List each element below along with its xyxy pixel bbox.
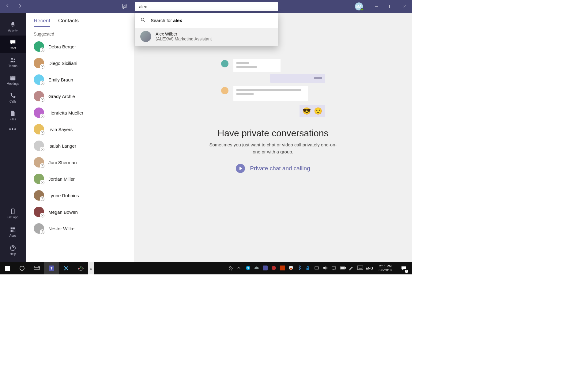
task-view-button[interactable] (29, 262, 44, 274)
suggested-person[interactable]: Irvin Sayers (34, 121, 134, 138)
suggested-person[interactable]: Lynne Robbins (34, 187, 134, 204)
tab-recent[interactable]: Recent (34, 18, 50, 27)
person-avatar-icon (34, 157, 44, 168)
suggested-person[interactable]: Diego Siciliani (34, 55, 134, 71)
nav-forward-icon[interactable] (18, 4, 22, 9)
tray-chevron-up-icon[interactable] (237, 266, 243, 271)
window-minimize-button[interactable] (370, 0, 384, 13)
search-input[interactable] (138, 4, 274, 9)
svg-rect-32 (307, 268, 309, 270)
suggested-person[interactable]: Joni Sherman (34, 154, 134, 171)
rail-label: Apps (9, 234, 17, 237)
suggested-person[interactable]: Jordan Miller (34, 171, 134, 187)
private-chat-cta[interactable]: Private chat and calling (236, 164, 310, 173)
tray-keyboard-icon[interactable] (357, 266, 363, 271)
taskbar-teams-app[interactable]: T (44, 262, 59, 274)
tray-skype-icon[interactable]: S (246, 266, 251, 271)
tray-network-icon[interactable] (331, 266, 337, 271)
svg-rect-13 (7, 266, 10, 268)
bell-icon (9, 21, 16, 28)
person-avatar-icon (34, 174, 44, 184)
rail-label: Files (9, 118, 16, 121)
suggested-person[interactable]: Nestor Wilke (34, 220, 134, 237)
suggested-label: Suggested (26, 28, 134, 38)
rail-get-app[interactable]: Get app (0, 205, 26, 222)
new-chat-icon[interactable] (122, 3, 128, 11)
tab-contacts[interactable]: Contacts (58, 18, 79, 27)
system-tray: S ENG 2:11 PM 6/8/2019 4 (228, 262, 412, 274)
title-bar: MA (0, 0, 412, 13)
person-avatar-icon (34, 58, 44, 68)
tray-bluetooth-icon[interactable] (297, 266, 303, 271)
suggested-person[interactable]: Emily Braun (34, 71, 134, 88)
search-for-row[interactable]: Search for alex (135, 13, 278, 28)
svg-point-3 (14, 58, 15, 60)
suggested-person[interactable]: Debra Berger (34, 38, 134, 55)
tray-onedrive-icon[interactable] (254, 266, 260, 271)
tray-graphics-icon[interactable] (314, 266, 320, 271)
tray-battery-icon[interactable] (340, 266, 345, 271)
svg-point-2 (11, 58, 13, 60)
person-avatar-icon (34, 74, 44, 85)
person-name: Isaiah Langer (48, 143, 76, 149)
chat-list-panel: Recent Contacts Suggested Debra BergerDi… (26, 13, 134, 262)
mobile-icon (9, 208, 16, 215)
person-name: Jordan Miller (48, 176, 75, 182)
taskbar-clock[interactable]: 2:11 PM 6/8/2019 (376, 264, 394, 272)
suggested-person[interactable]: Isaiah Langer (34, 138, 134, 154)
rail-apps[interactable]: Apps (0, 223, 26, 241)
tray-security-icon[interactable] (288, 266, 294, 271)
tray-language[interactable]: ENG (366, 266, 373, 270)
rail-help[interactable]: Help (0, 241, 26, 259)
rail-more-icon[interactable]: ••• (9, 126, 17, 133)
svg-rect-30 (280, 266, 285, 270)
calendar-icon (9, 74, 16, 81)
nav-back-icon[interactable] (6, 4, 10, 9)
tray-app-icon[interactable] (271, 266, 277, 271)
taskbar-scroll-up-icon[interactable]: ▲ (88, 262, 94, 274)
tray-lock-icon[interactable] (306, 266, 311, 271)
rail-activity[interactable]: Activity (0, 18, 26, 36)
svg-rect-28 (263, 266, 268, 270)
person-avatar-icon (34, 190, 44, 201)
start-button[interactable] (0, 262, 15, 274)
svg-rect-36 (345, 267, 346, 269)
window-close-button[interactable] (398, 0, 412, 13)
svg-point-16 (20, 266, 24, 270)
person-name: Megan Bowen (48, 209, 78, 215)
search-box[interactable] (135, 2, 278, 11)
person-avatar-icon (34, 41, 44, 52)
tray-teams-icon[interactable] (263, 266, 268, 271)
action-center-button[interactable]: 4 (397, 262, 410, 274)
chat-tabs: Recent Contacts (26, 13, 134, 28)
empty-state-subline: Sometimes you just want to chat or video… (206, 141, 341, 155)
suggested-person[interactable]: Megan Bowen (34, 204, 134, 220)
current-user-avatar[interactable]: MA (355, 2, 363, 10)
rail-files[interactable]: Files (0, 107, 26, 124)
rail-calls[interactable]: Calls (0, 89, 26, 107)
svg-point-29 (272, 266, 276, 270)
window-maximize-button[interactable] (384, 0, 398, 13)
cortana-button[interactable] (15, 262, 29, 274)
rail-chat[interactable]: Chat (0, 36, 26, 53)
person-avatar-icon (34, 91, 44, 101)
rail-teams[interactable]: Teams (0, 53, 26, 71)
tray-volume-icon[interactable] (323, 266, 328, 271)
phone-icon (9, 92, 16, 99)
svg-rect-5 (11, 209, 14, 214)
cta-label: Private chat and calling (250, 165, 310, 172)
taskbar-paint-app[interactable] (74, 262, 88, 274)
suggested-person[interactable]: Henrietta Mueller (34, 104, 134, 121)
taskbar-snip-app[interactable] (59, 262, 74, 274)
search-icon (140, 17, 146, 24)
rail-meetings[interactable]: Meetings (0, 71, 26, 89)
svg-rect-37 (341, 267, 345, 269)
person-name: Nestor Wilke (48, 226, 74, 231)
illustration-bubble (270, 74, 325, 83)
tray-office-icon[interactable] (280, 266, 285, 271)
tray-pen-icon[interactable] (349, 266, 354, 271)
svg-point-21 (79, 268, 80, 269)
tray-people-icon[interactable] (228, 266, 234, 271)
suggested-person[interactable]: Grady Archie (34, 88, 134, 104)
search-result-person[interactable]: Alex Wilber (ALEXW) Marketing Assistant (135, 28, 278, 46)
